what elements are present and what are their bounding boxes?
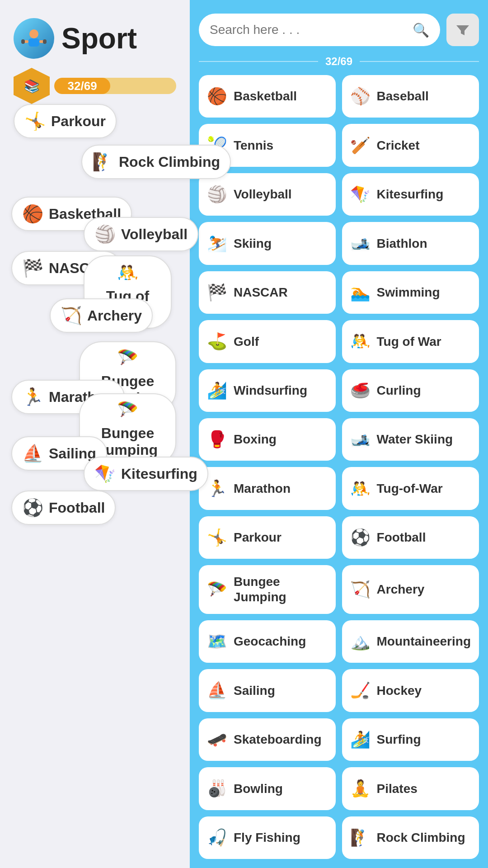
water-skiing-label: Water Skiing [377, 432, 453, 447]
word-kitesurfing[interactable]: 🪁 Kitesurfing [84, 457, 208, 491]
biathlon-label: Biathlon [377, 236, 427, 251]
swimming-icon: 🏊 [350, 283, 371, 302]
marathon-icon: 🏃 [207, 479, 227, 498]
boxing-label: Boxing [234, 432, 277, 447]
word-parkour[interactable]: 🤸 Parkour [14, 104, 117, 138]
archery-label: Archery [377, 582, 425, 597]
golf-label: Golf [234, 334, 259, 349]
sailing-label: Sailing [234, 683, 275, 698]
word-archery[interactable]: 🏹 Archery [50, 298, 153, 333]
grid-item-water-skiing[interactable]: 🎿 Water Skiing [342, 418, 479, 461]
boxing-icon: 🥊 [207, 430, 227, 449]
filter-button[interactable] [446, 14, 479, 46]
pilates-label: Pilates [377, 781, 418, 797]
sailing-icon: ⛵ [207, 681, 227, 700]
volleyball-icon: 🏐 [207, 185, 227, 204]
bowling-icon: 🎳 [207, 779, 227, 798]
grid-item-skateboarding[interactable]: 🛹 Skateboarding [199, 718, 336, 761]
grid-item-cricket[interactable]: 🏏 Cricket [342, 124, 479, 166]
rock-climbing-icon: 🧗 [92, 152, 113, 172]
search-row: 🔍 [199, 14, 479, 46]
surfing-icon: 🏄 [350, 730, 371, 749]
baseball-label: Baseball [377, 89, 429, 104]
swimming-label: Swimming [377, 285, 440, 300]
page-title: Sport [61, 22, 137, 55]
bowling-label: Bowling [234, 781, 283, 797]
grid-item-pilates[interactable]: 🧘 Pilates [342, 767, 479, 810]
grid-item-basketball[interactable]: 🏀 Basketball [199, 75, 336, 118]
right-panel: 🔍 32/69 🏀 Basketball ⚾ Baseball 🎾 Tennis… [190, 0, 488, 868]
word-volleyball[interactable]: 🏐 Volleyball [84, 217, 198, 251]
svg-marker-6 [456, 25, 469, 35]
sport-logo [14, 18, 54, 59]
search-input[interactable] [210, 23, 407, 37]
archery-icon: 🏹 [350, 580, 371, 599]
bungee-jumping-icon: 🪂 [207, 580, 227, 599]
grid-item-golf[interactable]: ⛳ Golf [199, 320, 336, 363]
grid-item-archery[interactable]: 🏹 Archery [342, 565, 479, 614]
bungee-jumping2-icon: 🪂 [117, 400, 138, 420]
grid-item-curling[interactable]: 🥌 Curling [342, 369, 479, 412]
rock-climbing-label: Rock Climbing [377, 830, 465, 845]
grid-item-tug-of-war[interactable]: 🤼 Tug of War [342, 320, 479, 363]
kitesurfing-icon: 🪁 [350, 185, 371, 204]
parkour-icon: 🤸 [24, 111, 46, 131]
grid-item-parkour[interactable]: 🤸 Parkour [199, 516, 336, 559]
grid-item-fly-fishing[interactable]: 🎣 Fly Fishing [199, 816, 336, 859]
grid-item-geocaching[interactable]: 🗺️ Geocaching [199, 620, 336, 663]
grid-item-bowling[interactable]: 🎳 Bowling [199, 767, 336, 810]
svg-rect-4 [21, 39, 25, 44]
search-icon: 🔍 [413, 22, 429, 38]
mountaineering-icon: 🏔️ [350, 632, 371, 651]
count-text: 32/69 [325, 55, 352, 68]
windsurfing-label: Windsurfing [234, 383, 307, 398]
grid-item-tug-of-war2[interactable]: 🤼 Tug-of-War [342, 467, 479, 509]
grid-item-football[interactable]: ⚽ Football [342, 516, 479, 559]
geocaching-label: Geocaching [234, 634, 306, 649]
grid-item-rock-climbing[interactable]: 🧗 Rock Climbing [342, 816, 479, 859]
baseball-icon: ⚾ [350, 87, 371, 106]
geocaching-icon: 🗺️ [207, 632, 227, 651]
word-rock-climbing[interactable]: 🧗 Rock Climbing [81, 145, 231, 179]
rock-climbing-icon: 🧗 [350, 828, 371, 847]
grid-item-windsurfing[interactable]: 🏄 Windsurfing [199, 369, 336, 412]
tug-of-war-icon: 🤼 [117, 263, 138, 283]
grid-item-surfing[interactable]: 🏄 Surfing [342, 718, 479, 761]
football-icon: ⚽ [350, 528, 371, 547]
grid-item-nascar[interactable]: 🏁 NASCAR [199, 271, 336, 314]
parkour-label: Parkour [234, 530, 282, 545]
fly-fishing-label: Fly Fishing [234, 830, 300, 845]
tug-of-war-label: Tug of War [377, 334, 441, 349]
grid-item-bungee-jumping[interactable]: 🪂 Bungee Jumping [199, 565, 336, 614]
svg-rect-5 [43, 39, 47, 44]
surfing-label: Surfing [377, 732, 421, 747]
pilates-icon: 🧘 [350, 779, 371, 798]
bungee-jumping-label: Bungee Jumping [234, 574, 328, 604]
word-football[interactable]: ⚽ Football [11, 491, 116, 525]
grid-item-skiing[interactable]: ⛷️ Skiing [199, 222, 336, 264]
marathon-icon: 🏃 [22, 387, 43, 407]
grid-item-hockey[interactable]: 🏒 Hockey [342, 669, 479, 712]
tennis-label: Tennis [234, 138, 273, 153]
grid-item-volleyball[interactable]: 🏐 Volleyball [199, 173, 336, 216]
grid-item-baseball[interactable]: ⚾ Baseball [342, 75, 479, 118]
kitesurfing-label: Kitesurfing [377, 187, 444, 202]
basketball-icon: 🏀 [22, 204, 43, 224]
grid-item-marathon[interactable]: 🏃 Marathon [199, 467, 336, 509]
fly-fishing-icon: 🎣 [207, 828, 227, 847]
count-line-right [360, 61, 479, 62]
grid-item-kitesurfing[interactable]: 🪁 Kitesurfing [342, 173, 479, 216]
curling-icon: 🥌 [350, 381, 371, 400]
grid-item-swimming[interactable]: 🏊 Swimming [342, 271, 479, 314]
grid-item-mountaineering[interactable]: 🏔️ Mountaineering [342, 620, 479, 663]
kitesurfing-icon: 🪁 [94, 464, 116, 484]
progress-section: 📚 32/69 [14, 68, 176, 104]
bungee-jumping1-icon: 🪂 [117, 348, 138, 368]
grid-item-boxing[interactable]: 🥊 Boxing [199, 418, 336, 461]
svg-rect-1 [28, 38, 39, 47]
grid-item-sailing[interactable]: ⛵ Sailing [199, 669, 336, 712]
search-input-wrap[interactable]: 🔍 [199, 14, 440, 46]
filter-icon [455, 22, 471, 38]
cricket-icon: 🏏 [350, 136, 371, 155]
grid-item-biathlon[interactable]: 🎿 Biathlon [342, 222, 479, 264]
